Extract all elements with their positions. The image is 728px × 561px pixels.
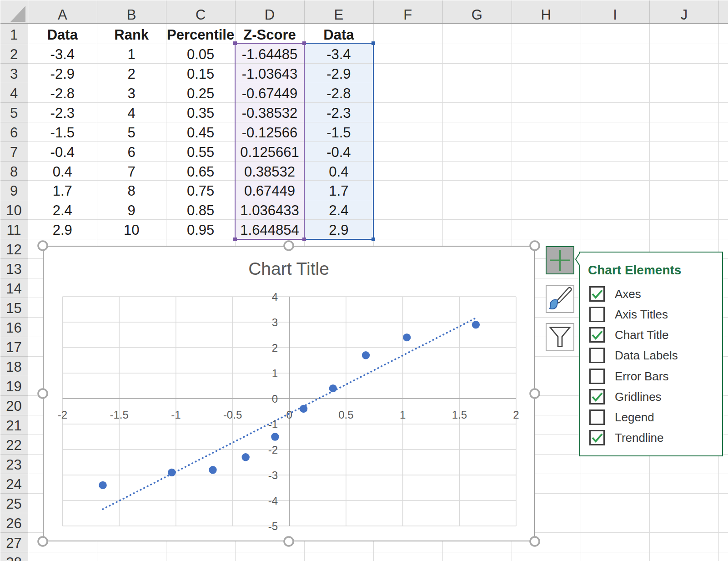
svg-text:-0.5: -0.5 <box>223 409 242 421</box>
svg-text:-5: -5 <box>268 520 278 532</box>
svg-text:1.5: 1.5 <box>452 409 467 421</box>
svg-text:0: 0 <box>272 393 278 405</box>
svg-text:2: 2 <box>272 342 278 354</box>
svg-text:0.5: 0.5 <box>338 409 353 421</box>
svg-text:0: 0 <box>286 409 292 421</box>
svg-text:1: 1 <box>272 367 278 379</box>
svg-text:-1: -1 <box>268 418 278 430</box>
svg-text:-2: -2 <box>58 409 67 421</box>
svg-text:1: 1 <box>400 409 406 421</box>
svg-text:-1: -1 <box>171 409 181 421</box>
svg-text:2: 2 <box>513 409 519 421</box>
svg-text:-1.5: -1.5 <box>110 409 129 421</box>
svg-text:-4: -4 <box>268 495 278 507</box>
svg-text:-3: -3 <box>268 469 278 481</box>
svg-text:4: 4 <box>272 291 278 303</box>
svg-text:-2: -2 <box>268 444 278 456</box>
svg-text:3: 3 <box>272 316 278 329</box>
svg-text:Chart Title: Chart Title <box>248 259 329 278</box>
